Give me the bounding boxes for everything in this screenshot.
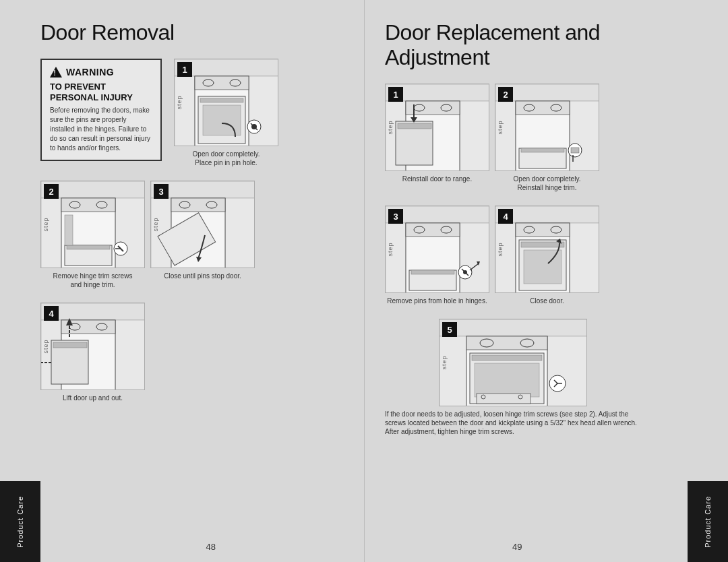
step-1-vertical: step xyxy=(176,95,183,109)
step-2-block: 2 step xyxy=(40,181,145,289)
svg-rect-80 xyxy=(460,223,489,293)
page-number-right: 49 xyxy=(512,542,522,552)
warning-triangle-icon xyxy=(50,67,62,77)
right-step-4-block: 4 step xyxy=(495,206,599,305)
right-step-5-image: 5 step xyxy=(439,319,587,406)
page-numbers: 48 49 xyxy=(206,542,522,552)
svg-rect-61 xyxy=(398,123,431,129)
right-section-title: Door Replacement and Adjustment xyxy=(385,20,688,70)
right-step-1-block: 1 step xyxy=(385,84,489,183)
right-step-5-svg xyxy=(439,319,587,406)
step-4-vertical: step xyxy=(42,339,49,353)
right-step-5-block: 5 step xyxy=(385,319,641,436)
step-2-label: Remove hinge trim screws and hinge trim. xyxy=(53,272,133,289)
svg-rect-16 xyxy=(41,198,61,268)
right-step-2-image: 2 step xyxy=(495,84,599,171)
left-section: Door Removal WARNING TO PREVENT PERSONAL… xyxy=(0,0,364,562)
left-side-tab-label: Product Care xyxy=(16,496,24,548)
first-row: WARNING TO PREVENT PERSONAL INJURY Befor… xyxy=(40,59,344,174)
warning-subtitle: TO PREVENT PERSONAL INJURY xyxy=(50,82,152,102)
svg-rect-95 xyxy=(570,223,599,293)
svg-rect-109 xyxy=(466,336,547,350)
warning-box: WARNING TO PREVENT PERSONAL INJURY Befor… xyxy=(40,59,162,161)
right-row-1: 1 step xyxy=(385,84,688,199)
step-3-badge: 3 xyxy=(154,184,169,199)
svg-rect-106 xyxy=(439,336,466,406)
right-step-3-image: 3 step xyxy=(385,206,489,293)
step-2-image: 2 step xyxy=(40,181,145,268)
right-section: Door Replacement and Adjustment 1 step xyxy=(364,0,728,562)
right-step-3-block: 3 step xyxy=(385,206,489,305)
step-2-badge: 2 xyxy=(44,184,59,199)
step-1-image: 1 step xyxy=(174,59,278,146)
svg-rect-3 xyxy=(249,76,278,146)
row-2: 2 step xyxy=(40,181,344,296)
svg-rect-79 xyxy=(386,223,406,293)
right-row-2: 3 step xyxy=(385,206,688,312)
svg-rect-55 xyxy=(460,101,489,171)
svg-rect-101 xyxy=(521,242,564,247)
right-side-tab: Product Care xyxy=(688,481,728,562)
svg-rect-107 xyxy=(547,336,587,406)
svg-rect-17 xyxy=(115,198,145,268)
right-step-1-badge: 1 xyxy=(388,87,403,102)
step-3-vertical: step xyxy=(152,217,159,231)
svg-rect-86 xyxy=(411,270,454,274)
step-3-image: 3 step xyxy=(150,181,255,268)
right-step-3-label: Remove pins from hole in hinges. xyxy=(387,296,487,305)
warning-title: WARNING xyxy=(66,67,114,77)
step-3-block: 3 step xyxy=(150,181,255,280)
right-step-4-badge: 4 xyxy=(498,209,513,224)
left-section-title: Door Removal xyxy=(40,20,344,45)
svg-rect-105 xyxy=(439,319,587,336)
right-step-2-vertical: step xyxy=(497,120,504,134)
right-step-2-badge: 2 xyxy=(498,87,513,102)
svg-rect-9 xyxy=(200,98,243,102)
warning-text: Before removing the doors, make sure the… xyxy=(50,106,152,153)
step-2-vertical: step xyxy=(42,217,49,231)
right-step-3-vertical: step xyxy=(387,242,394,256)
step-1-badge: 1 xyxy=(177,62,192,77)
step-4-badge: 4 xyxy=(44,306,59,321)
right-step-4-label: Close door. xyxy=(530,296,564,305)
right-step-5-label: If the door needs to be adjusted, loosen… xyxy=(385,410,641,436)
svg-rect-114 xyxy=(475,363,539,397)
right-step-2-label: Open door completely. Reinstall hinge tr… xyxy=(514,175,581,192)
right-step-4-image: 4 step xyxy=(495,206,599,293)
svg-rect-113 xyxy=(472,355,542,361)
svg-rect-75 xyxy=(571,148,579,153)
step-4-image: 4 step xyxy=(40,303,145,390)
step-1-label: Open door completely. Place pin in pin h… xyxy=(193,150,260,167)
step-1-block: 1 step xyxy=(174,59,278,167)
svg-rect-23 xyxy=(67,245,110,249)
right-step-5-badge: 5 xyxy=(442,322,457,337)
svg-rect-94 xyxy=(495,223,516,293)
page-number-left: 48 xyxy=(206,542,216,552)
right-side-tab-label: Product Care xyxy=(704,496,712,548)
right-step-1-vertical: step xyxy=(387,120,394,134)
right-step-1-label: Reinstall door to range. xyxy=(402,175,472,183)
svg-rect-73 xyxy=(521,148,564,152)
step-3-label: Close until pins stop door. xyxy=(164,272,241,280)
left-side-tab: Product Care xyxy=(0,481,40,562)
step-4-block: 4 step xyxy=(40,303,145,402)
right-row-3: 5 step xyxy=(385,319,688,443)
svg-rect-41 xyxy=(115,320,145,390)
svg-rect-47 xyxy=(53,342,87,348)
svg-rect-2 xyxy=(175,76,195,146)
svg-rect-67 xyxy=(570,101,599,171)
svg-rect-66 xyxy=(495,101,516,171)
right-step-2-block: 2 step xyxy=(495,84,599,192)
right-step-3-badge: 3 xyxy=(388,209,403,224)
right-step-1-image: 1 step xyxy=(385,84,489,171)
warning-header: WARNING xyxy=(50,67,152,77)
svg-rect-31 xyxy=(225,198,255,268)
right-step-4-vertical: step xyxy=(497,242,504,256)
svg-rect-24 xyxy=(65,215,73,245)
right-step-5-vertical: step xyxy=(441,355,448,369)
step-4-label: Lift door up and out. xyxy=(63,394,123,402)
row-3: 4 step xyxy=(40,303,344,409)
